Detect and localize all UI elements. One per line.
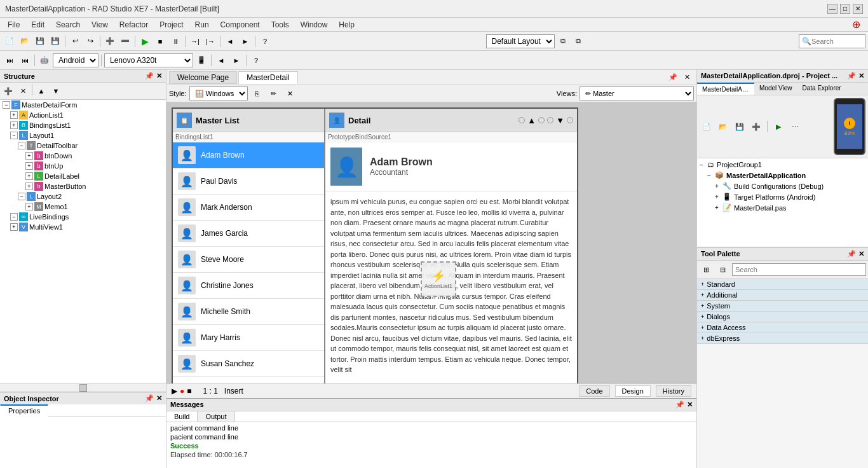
project-close-icon[interactable]: ✕ <box>858 72 864 80</box>
struct-up-btn[interactable]: ▲ <box>34 84 48 98</box>
platform-dropdown[interactable]: Android <box>53 53 98 67</box>
forward-button[interactable]: ► <box>238 34 252 48</box>
scroll-thumb[interactable] <box>79 384 87 392</box>
step2-button[interactable]: |→ <box>203 34 217 48</box>
style-copy-btn[interactable]: ⎘ <box>250 86 264 100</box>
bottom-tab-history[interactable]: History <box>656 385 691 397</box>
redo-button[interactable]: ↪ <box>83 34 97 48</box>
search-input[interactable] <box>811 38 862 45</box>
menu-view[interactable]: View <box>86 19 113 31</box>
expand-detailtoolbar[interactable]: − <box>18 142 25 149</box>
menu-search[interactable]: Search <box>51 19 85 31</box>
contact-christine-jones[interactable]: 👤 Christine Jones <box>173 273 324 299</box>
expand-btnup[interactable]: + <box>25 162 33 170</box>
save-button[interactable]: 💾 <box>33 34 47 48</box>
build-button[interactable]: ▶ <box>138 34 152 48</box>
tp-search-input[interactable] <box>732 263 866 276</box>
actionlist-box[interactable]: ⚡ ActionList1 <box>421 261 456 297</box>
tree-item-detailtoolbar[interactable]: − T DetailToolbar <box>0 141 166 151</box>
tree-item-detaillabel[interactable]: + L DetailLabel <box>0 171 166 181</box>
pause-button[interactable]: ⏸ <box>168 34 182 48</box>
maximize-button[interactable]: □ <box>840 4 850 14</box>
tree-item-multiview1[interactable]: + V MultiView1 <box>0 222 166 232</box>
tp-btn2[interactable]: ⊟ <box>715 263 729 277</box>
nav-back-btn[interactable]: ◄ <box>214 53 228 67</box>
oi-tab-properties[interactable]: Properties <box>0 404 48 416</box>
device-dropdown[interactable]: Lenovo A320t <box>104 53 193 67</box>
tree-item-layout2[interactable]: − L Layout2 <box>0 191 166 202</box>
menu-edit[interactable]: Edit <box>26 19 50 31</box>
menu-refactor[interactable]: Refactor <box>114 19 153 31</box>
menu-component[interactable]: Component <box>215 19 265 31</box>
contact-susan-sanchez[interactable]: 👤 Susan Sanchez <box>173 351 324 377</box>
proj-item-masterdetailapp[interactable]: − 📦 MasterDetailApplication <box>698 170 867 181</box>
menu-tools[interactable]: Tools <box>266 19 294 31</box>
tp-close-icon[interactable]: ✕ <box>858 250 864 258</box>
tab-masterdetail[interactable]: MasterDetail <box>238 71 297 84</box>
tab-welcome[interactable]: Welcome Page <box>169 71 237 84</box>
expand-masterdetailform[interactable]: − <box>3 101 10 109</box>
tree-item-layout1[interactable]: − L Layout1 <box>0 130 166 141</box>
contact-adam-brown[interactable]: 👤 Adam Brown <box>173 142 324 169</box>
nav-up-icon[interactable]: ▲ <box>527 116 536 125</box>
layout-dropdown[interactable]: Default Layout <box>486 34 555 48</box>
project-pin-icon[interactable]: 📌 <box>847 72 856 80</box>
structure-pin-icon[interactable]: 📌 <box>145 72 154 80</box>
expand-actionlist1[interactable]: + <box>10 111 18 119</box>
expand-layout2[interactable]: − <box>18 193 25 200</box>
contact-steve-moore[interactable]: 👤 Steve Moore <box>173 247 324 273</box>
tp-group-header-dialogs[interactable]: + Dialogs <box>697 312 868 322</box>
expand-masterdetailpas[interactable]: + <box>715 204 722 211</box>
proj-open-btn[interactable]: 📂 <box>716 120 730 134</box>
tree-item-memo1[interactable]: + M Memo1 <box>0 202 166 212</box>
tp-pin-icon[interactable]: 📌 <box>847 250 856 258</box>
step-button[interactable]: →| <box>188 34 202 48</box>
tree-item-livebindings[interactable]: − ∞ LiveBindings <box>0 212 166 222</box>
proj-more-btn[interactable]: ⋯ <box>788 120 802 134</box>
tp-btn1[interactable]: ⊞ <box>699 263 713 277</box>
close-button[interactable]: ✕ <box>853 4 863 14</box>
proj-item-masterdetailpas[interactable]: + 📝 MasterDetail.pas <box>698 202 867 213</box>
expand-projectgroup1[interactable]: − <box>700 162 707 169</box>
tree-item-btndown[interactable]: + b btnDown <box>0 151 166 161</box>
nav-dn-icon[interactable]: ▼ <box>556 116 564 125</box>
menu-file[interactable]: File <box>3 19 25 31</box>
expand-multiview1[interactable]: + <box>10 223 18 231</box>
proj-build-btn[interactable]: ▶ <box>771 120 785 134</box>
expand-buildconfig[interactable]: + <box>715 182 722 189</box>
menu-window[interactable]: Window <box>295 19 333 31</box>
msg-tab-build[interactable]: Build <box>166 411 198 422</box>
bottom-tab-design[interactable]: Design <box>615 385 651 397</box>
style-del-btn[interactable]: ✕ <box>283 86 297 100</box>
back-button[interactable]: ◄ <box>223 34 237 48</box>
structure-close-icon[interactable]: ✕ <box>156 72 162 80</box>
help2-button[interactable]: ? <box>249 53 263 67</box>
tab-close-icon[interactable]: ✕ <box>680 71 694 85</box>
expand-masterbutton[interactable]: + <box>25 182 33 190</box>
contact-mary-harris[interactable]: 👤 Mary Harris <box>173 325 324 351</box>
msg-tab-output[interactable]: Output <box>198 411 234 422</box>
menu-project[interactable]: Project <box>154 19 188 31</box>
expand-livebindings[interactable]: − <box>10 213 18 221</box>
stop-button[interactable]: ■ <box>153 34 167 48</box>
tp-group-header-dataaccess[interactable]: + Data Access <box>697 322 868 333</box>
expand-btndown[interactable]: + <box>25 152 33 160</box>
tp-group-header-standard[interactable]: + Standard <box>697 279 868 290</box>
nav-fwd-btn[interactable]: ► <box>229 53 243 67</box>
proj-item-buildconfig[interactable]: + 🔧 Build Configurations (Debug) <box>698 181 867 191</box>
struct-dn-btn[interactable]: ▼ <box>49 84 63 98</box>
undo-button[interactable]: ↩ <box>68 34 82 48</box>
expand-masterdetailapp[interactable]: − <box>707 172 715 179</box>
right-tab-modelview[interactable]: Model View <box>754 83 797 95</box>
add-button[interactable]: ➕ <box>103 34 117 48</box>
proj-save-btn[interactable]: 💾 <box>733 120 747 134</box>
tp-group-header-system[interactable]: + System <box>697 301 868 312</box>
proj-new-btn[interactable]: 📄 <box>700 120 714 134</box>
remove-button[interactable]: ➖ <box>118 34 132 48</box>
expand-memo1[interactable]: + <box>25 203 33 210</box>
oi-pin-icon[interactable]: 📌 <box>145 394 154 403</box>
layout-btn1[interactable]: ⧉ <box>556 34 570 48</box>
tree-item-masterdetailform[interactable]: − F MasterDetailForm <box>0 100 166 110</box>
tab-pin-icon[interactable]: 📌 <box>666 71 680 85</box>
right-tab-project[interactable]: MasterDetailApplicati... <box>697 83 754 95</box>
